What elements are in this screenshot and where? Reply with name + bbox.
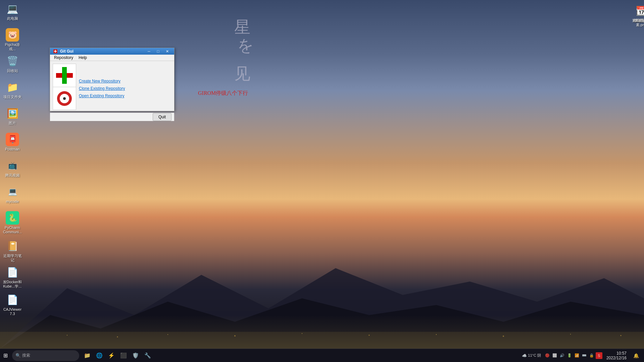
menu-repository[interactable]: Repository: [51, 55, 76, 61]
my-computer-icon: 💻: [6, 2, 19, 15]
plus-vertical: [62, 67, 67, 84]
window-content: Create New Repository Clone Existing Rep…: [50, 61, 174, 113]
systray-icon-6: ⌨️: [581, 352, 588, 359]
systray-icon-3: 🔊: [559, 352, 565, 359]
taskbar-extra-2[interactable]: 🔧: [142, 350, 153, 361]
clock-time: 10:57: [606, 351, 627, 356]
systray-icon-8: S: [596, 352, 602, 359]
git-spinner-inner: [60, 94, 69, 103]
git-gui-title-icon: [53, 49, 58, 54]
systray-icon-5: 📶: [574, 352, 580, 359]
schedule-icon: 📅: [635, 4, 644, 17]
gallery-label: 图片: [9, 121, 16, 125]
schedule-label: 课表.jpg: [635, 18, 644, 23]
taskbar-right-area: ☁️ 11°C 阴 🔴 ⬜ 🔊 🔋 📶 ⌨️ 🔒 S 10:57 2022/12…: [522, 350, 644, 361]
desktop-icon-project-files[interactable]: 📁 项目文件夹: [1, 79, 24, 101]
tencent-video-label: 腾讯视频: [5, 173, 20, 178]
taskbar: ⊞ 🔍 搜索 📁 🌐 ⚡ ⬛ 🛡️ 🔧 ☁️ 11°C 阴: [0, 349, 644, 362]
pigcha-label: Pigcha游戏...: [2, 43, 23, 51]
desktop-icon-cajviewer[interactable]: 📄 CAJViewer 7.3: [1, 292, 24, 317]
git-spinner: [57, 91, 72, 106]
docker-kube-icon: 📄: [6, 265, 19, 279]
recycle-bin-icon: 🗑️: [6, 54, 19, 68]
window-maximize-button[interactable]: □: [154, 48, 162, 55]
file-explorer-icon: 📁: [84, 352, 91, 359]
extra-2-icon: 🔧: [144, 352, 151, 359]
windows-logo-icon: ⊞: [3, 352, 8, 359]
desktop-icon-pycharm[interactable]: 🐍 PyCharm Communi...: [1, 210, 24, 236]
systray-icon-4: 🔋: [566, 352, 573, 359]
mycode-label: mycode: [6, 199, 19, 204]
desktop-icon-my-computer[interactable]: 💻 此电脑: [1, 1, 24, 22]
project-files-label: 项目文件夹: [3, 95, 22, 99]
my-computer-label: 此电脑: [7, 16, 18, 21]
system-tray: ☁️ 11°C 阴 🔴 ⬜ 🔊 🔋 📶 ⌨️ 🔒 S: [522, 352, 602, 359]
search-icon: 🔍: [15, 353, 21, 358]
taskbar-clock[interactable]: 10:57 2022/12/16: [604, 351, 629, 360]
window-title-text: Git Gui: [60, 49, 143, 54]
systray-icon-1: 🔴: [544, 352, 551, 359]
study-notes-icon: 📔: [6, 239, 19, 253]
systray-icon-2: ⬜: [551, 352, 558, 359]
window-controls: ─ □ ✕: [145, 48, 171, 55]
desktop-icon-gallery[interactable]: 🖼️ 图片: [1, 105, 24, 127]
postman-label: Postman: [5, 147, 19, 152]
desktop-icon-tencent-video[interactable]: 📺 腾讯视频: [1, 158, 24, 179]
pycharm-label: PyCharm Communi...: [2, 226, 23, 234]
taskbar-edge[interactable]: 🌐: [94, 350, 105, 361]
git-spinner-dot: [63, 97, 66, 100]
extra-1-icon: 🛡️: [132, 352, 139, 359]
taskbar-extra-1[interactable]: 🛡️: [130, 350, 141, 361]
weather-icon: ☁️: [522, 353, 527, 358]
git-plus-icon: [56, 67, 73, 84]
clock-date: 2022/12/16: [606, 356, 627, 360]
tencent-video-icon: 📺: [6, 159, 19, 172]
git-logo-top: [53, 64, 76, 87]
taskbar-app-icons: 📁 🌐 ⚡ ⬛ 🛡️ 🔧: [82, 350, 153, 361]
docker-kube-label: 发Docker和Kube...学...: [2, 280, 23, 289]
terminal-icon: ⬛: [120, 352, 127, 359]
desktop-icon-postman[interactable]: 📮 Postman: [1, 131, 24, 153]
notification-button[interactable]: 🔔: [631, 350, 641, 361]
desktop-icon-docker-kube[interactable]: 📄 发Docker和Kube...学...: [1, 264, 24, 290]
window-close-button[interactable]: ✕: [163, 48, 171, 55]
taskbar-file-explorer[interactable]: 📁: [82, 350, 93, 361]
systray-icon-7: 🔒: [588, 352, 595, 359]
desktop-icon-recycle-bin[interactable]: 🗑️ 回收站: [1, 53, 24, 74]
git-logo-bottom: [53, 87, 76, 110]
cajviewer-label: CAJViewer 7.3: [2, 307, 23, 316]
window-minimize-button[interactable]: ─: [145, 48, 153, 55]
taskbar-terminal[interactable]: ⬛: [118, 350, 129, 361]
taskbar-vscode[interactable]: ⚡: [106, 350, 117, 361]
create-new-repo-link[interactable]: Create New Repository: [79, 79, 171, 83]
desktop-icon-study-notes[interactable]: 📔 近期学习笔记: [1, 238, 24, 264]
window-menubar: Repository Help: [50, 55, 174, 61]
pycharm-icon: 🐍: [6, 211, 19, 225]
links-area: Create New Repository Clone Existing Rep…: [79, 64, 171, 110]
vscode-icon: ⚡: [108, 352, 115, 359]
clone-existing-repo-link[interactable]: Clone Existing Repository: [79, 86, 171, 91]
window-titlebar: Git Gui ─ □ ✕: [50, 48, 174, 55]
desktop-icon-pigcha[interactable]: 🐷 Pigcha游戏...: [1, 27, 24, 53]
mycode-icon: 💻: [6, 185, 19, 198]
weather-text: 11°C 阴: [528, 353, 541, 358]
cajviewer-icon: 📄: [6, 293, 19, 306]
desktop-icon-mycode[interactable]: 💻 mycode: [1, 184, 24, 205]
notification-icon: 🔔: [633, 353, 639, 358]
edge-icon: 🌐: [96, 352, 103, 359]
quit-button[interactable]: Quit: [153, 113, 171, 121]
recycle-bin-label: 回收站: [7, 69, 18, 73]
window-footer: Quit: [50, 113, 174, 121]
start-button[interactable]: ⊞: [0, 350, 11, 361]
gallery-icon: 🖼️: [6, 107, 19, 120]
project-files-icon: 📁: [6, 80, 19, 94]
study-notes-label: 近期学习笔记: [2, 254, 23, 262]
search-placeholder: 搜索: [22, 353, 30, 358]
pigcha-icon: 🐷: [6, 28, 19, 42]
git-logo-area: [53, 64, 76, 110]
open-existing-repo-link[interactable]: Open Existing Repository: [79, 94, 171, 98]
menu-help[interactable]: Help: [76, 55, 90, 61]
postman-icon: 📮: [6, 133, 19, 146]
taskbar-search-box[interactable]: 🔍 搜索: [12, 350, 79, 361]
desktop-icon-schedule[interactable]: 📅 课表.jpg: [630, 3, 644, 24]
